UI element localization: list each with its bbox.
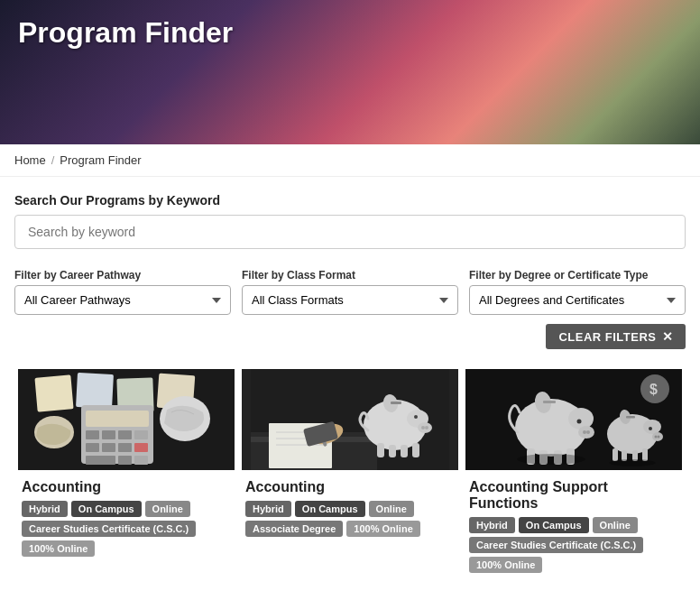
- card-title-2: Accounting: [242, 470, 458, 501]
- svg-point-43: [568, 408, 594, 429]
- svg-rect-15: [118, 456, 132, 465]
- clear-filters-row: CLEAR FILTERS ✕: [0, 320, 700, 358]
- tag-oncampus-3: On Campus: [519, 517, 589, 533]
- card-tags-1: Hybrid On Campus Online: [18, 501, 235, 521]
- svg-rect-13: [134, 443, 148, 452]
- breadcrumb-separator: /: [51, 153, 55, 167]
- tag-online-1: Online: [145, 501, 190, 517]
- tag-online-2: Online: [369, 501, 414, 517]
- badge-100online-3: 100% Online: [469, 557, 542, 573]
- svg-rect-12: [118, 443, 132, 452]
- svg-rect-62: [612, 448, 618, 461]
- svg-rect-16: [134, 456, 148, 465]
- tag-hybrid-2: Hybrid: [245, 501, 291, 517]
- svg-rect-36: [391, 402, 401, 404]
- svg-rect-10: [86, 443, 99, 452]
- breadcrumb-home[interactable]: Home: [14, 153, 46, 167]
- badge-cert-1: Career Studies Certificate (C.S.C.): [22, 521, 196, 537]
- svg-rect-38: [389, 445, 396, 457]
- svg-rect-7: [102, 430, 115, 439]
- career-pathway-filter: Filter by Career Pathway All Career Path…: [14, 269, 231, 315]
- card-accounting-1[interactable]: Accounting Hybrid On Campus Online Caree…: [18, 369, 235, 577]
- class-format-label: Filter by Class Format: [242, 269, 458, 282]
- svg-rect-0: [34, 374, 73, 411]
- degree-type-select[interactable]: All Degrees and Certificates: [469, 285, 686, 315]
- svg-point-55: [643, 420, 661, 434]
- class-format-select[interactable]: All Class Formats: [242, 285, 458, 315]
- svg-rect-49: [543, 401, 556, 403]
- svg-point-33: [425, 426, 428, 429]
- svg-rect-40: [412, 443, 419, 457]
- badge-assoc-2: Associate Degree: [245, 521, 343, 537]
- svg-point-69: [609, 459, 656, 466]
- tag-oncampus-2: On Campus: [295, 501, 365, 517]
- search-input[interactable]: [14, 215, 686, 249]
- card-badges-1: Career Studies Certificate (C.S.C.) 100%…: [18, 521, 235, 560]
- badge-100online-2: 100% Online: [346, 521, 419, 537]
- svg-rect-11: [102, 443, 115, 452]
- svg-rect-8: [118, 430, 132, 439]
- card-title-3: Accounting Support Functions: [465, 470, 682, 517]
- search-label: Search Our Programs by Keyword: [14, 193, 686, 208]
- tag-hybrid-3: Hybrid: [469, 517, 515, 533]
- page-title: Program Finder: [18, 16, 233, 50]
- svg-text:$: $: [649, 382, 658, 397]
- career-pathway-select[interactable]: All Career Pathways: [14, 285, 231, 315]
- svg-point-32: [421, 426, 425, 429]
- hero-banner: Program Finder: [0, 0, 700, 144]
- breadcrumb-current: Program Finder: [60, 153, 141, 167]
- card-tags-2: Hybrid On Campus Online: [242, 501, 458, 521]
- clear-filters-button[interactable]: CLEAR FILTERS ✕: [546, 324, 686, 349]
- card-title-1: Accounting: [18, 470, 235, 501]
- tag-online-3: Online: [593, 517, 638, 533]
- svg-rect-9: [134, 430, 148, 439]
- svg-rect-1: [76, 373, 114, 409]
- card-tags-3: Hybrid On Campus Online: [465, 517, 682, 537]
- svg-rect-65: [642, 448, 648, 461]
- svg-point-48: [577, 420, 582, 424]
- career-pathway-label: Filter by Career Pathway: [14, 269, 231, 282]
- card-accounting-2[interactable]: Accounting Hybrid On Campus Online Assoc…: [242, 369, 458, 577]
- degree-type-label: Filter by Degree or Certificate Type: [469, 269, 686, 282]
- svg-rect-39: [401, 445, 408, 457]
- card-badges-3: Career Studies Certificate (C.S.C.) 100%…: [465, 537, 682, 577]
- degree-type-filter: Filter by Degree or Certificate Type All…: [469, 269, 686, 315]
- badge-cert-3: Career Studies Certificate (C.S.C.): [469, 537, 643, 553]
- card-image-1: [18, 369, 235, 470]
- svg-point-57: [655, 436, 658, 439]
- svg-rect-6: [86, 430, 99, 439]
- svg-point-46: [586, 430, 590, 434]
- svg-point-58: [658, 436, 660, 439]
- svg-rect-5: [86, 411, 149, 427]
- svg-rect-14: [86, 456, 115, 465]
- class-format-filter: Filter by Class Format All Class Formats: [242, 269, 458, 315]
- card-accounting-support[interactable]: $ Accounting Support Functions Hybrid On…: [465, 369, 682, 577]
- filters-row: Filter by Career Pathway All Career Path…: [0, 258, 700, 320]
- tag-oncampus-1: On Campus: [71, 501, 142, 517]
- card-image-2: [242, 369, 458, 470]
- card-image-3: $: [465, 369, 682, 470]
- svg-point-45: [583, 430, 586, 434]
- svg-rect-37: [377, 443, 384, 457]
- svg-rect-61: [626, 416, 635, 419]
- clear-filters-icon: ✕: [662, 329, 674, 344]
- breadcrumb: Home / Program Finder: [0, 144, 700, 177]
- clear-filters-label: CLEAR FILTERS: [558, 330, 656, 344]
- svg-point-60: [649, 427, 652, 430]
- svg-point-35: [414, 415, 418, 419]
- badge-100online-1: 100% Online: [22, 540, 95, 557]
- tag-hybrid-1: Hybrid: [22, 501, 68, 517]
- card-badges-2: Associate Degree 100% Online: [242, 521, 458, 540]
- search-section: Search Our Programs by Keyword: [0, 177, 700, 258]
- svg-point-68: [517, 454, 585, 465]
- cards-grid: Accounting Hybrid On Campus Online Caree…: [0, 358, 700, 591]
